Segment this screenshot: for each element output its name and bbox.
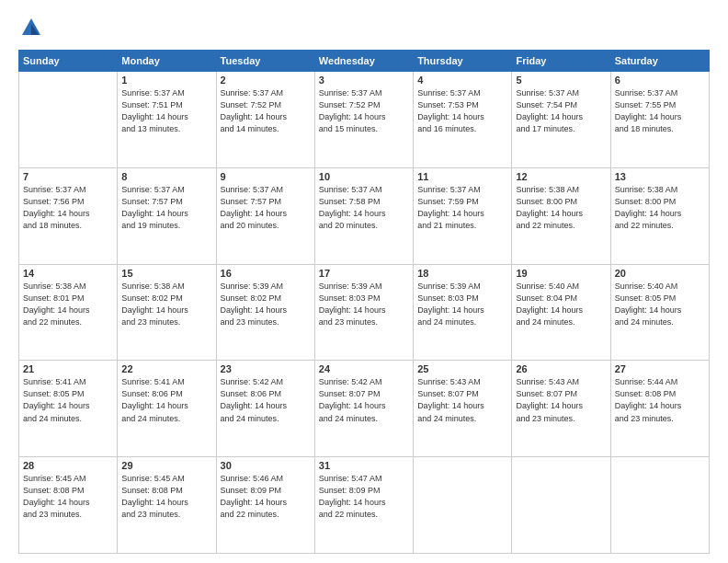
- calendar-week-row: 14Sunrise: 5:38 AM Sunset: 8:01 PM Dayli…: [19, 264, 710, 361]
- weekday-header-friday: Friday: [512, 51, 610, 72]
- calendar-cell: [512, 457, 610, 554]
- calendar-week-row: 1Sunrise: 5:37 AM Sunset: 7:51 PM Daylig…: [19, 72, 710, 168]
- calendar-cell: 6Sunrise: 5:37 AM Sunset: 7:55 PM Daylig…: [610, 72, 709, 168]
- day-number: 13: [615, 171, 705, 182]
- page: SundayMondayTuesdayWednesdayThursdayFrid…: [0, 0, 728, 563]
- day-number: 3: [319, 75, 409, 86]
- day-info: Sunrise: 5:37 AM Sunset: 7:54 PM Dayligh…: [516, 87, 606, 135]
- calendar-cell: 28Sunrise: 5:45 AM Sunset: 8:08 PM Dayli…: [19, 457, 118, 554]
- day-number: 4: [417, 75, 507, 86]
- day-info: Sunrise: 5:40 AM Sunset: 8:04 PM Dayligh…: [516, 281, 606, 328]
- day-info: Sunrise: 5:37 AM Sunset: 7:53 PM Dayligh…: [417, 87, 507, 135]
- calendar-header-row: SundayMondayTuesdayWednesdayThursdayFrid…: [19, 51, 710, 72]
- day-info: Sunrise: 5:38 AM Sunset: 8:02 PM Dayligh…: [121, 281, 211, 328]
- calendar-cell: 29Sunrise: 5:45 AM Sunset: 8:08 PM Dayli…: [118, 457, 216, 554]
- calendar-cell: 5Sunrise: 5:37 AM Sunset: 7:54 PM Daylig…: [512, 72, 610, 168]
- calendar-cell: [19, 72, 118, 168]
- calendar-cell: 12Sunrise: 5:38 AM Sunset: 8:00 PM Dayli…: [512, 167, 610, 264]
- calendar-cell: 18Sunrise: 5:39 AM Sunset: 8:03 PM Dayli…: [414, 264, 512, 361]
- day-info: Sunrise: 5:37 AM Sunset: 7:55 PM Dayligh…: [615, 87, 705, 135]
- day-number: 27: [615, 363, 705, 374]
- calendar-cell: [414, 457, 512, 554]
- calendar-cell: 16Sunrise: 5:39 AM Sunset: 8:02 PM Dayli…: [216, 264, 314, 361]
- calendar-cell: 23Sunrise: 5:42 AM Sunset: 8:06 PM Dayli…: [216, 361, 314, 457]
- calendar-cell: 3Sunrise: 5:37 AM Sunset: 7:52 PM Daylig…: [314, 72, 413, 168]
- calendar-cell: 14Sunrise: 5:38 AM Sunset: 8:01 PM Dayli…: [19, 264, 118, 361]
- calendar-cell: 11Sunrise: 5:37 AM Sunset: 7:59 PM Dayli…: [414, 167, 512, 264]
- day-number: 17: [319, 268, 409, 279]
- day-info: Sunrise: 5:42 AM Sunset: 8:07 PM Dayligh…: [319, 376, 409, 424]
- day-number: 24: [319, 363, 409, 374]
- day-info: Sunrise: 5:38 AM Sunset: 8:00 PM Dayligh…: [516, 184, 606, 232]
- day-number: 11: [417, 171, 507, 182]
- day-number: 12: [516, 171, 606, 182]
- day-number: 8: [121, 171, 211, 182]
- day-number: 15: [121, 268, 211, 279]
- logo-icon: [18, 15, 44, 40]
- day-number: 5: [516, 75, 606, 86]
- day-info: Sunrise: 5:40 AM Sunset: 8:05 PM Dayligh…: [615, 281, 705, 328]
- day-info: Sunrise: 5:47 AM Sunset: 8:09 PM Dayligh…: [319, 473, 409, 521]
- day-number: 29: [121, 460, 211, 471]
- calendar-cell: 22Sunrise: 5:41 AM Sunset: 8:06 PM Dayli…: [118, 361, 216, 457]
- calendar-cell: 21Sunrise: 5:41 AM Sunset: 8:05 PM Dayli…: [19, 361, 118, 457]
- header: [18, 15, 710, 40]
- calendar-cell: 27Sunrise: 5:44 AM Sunset: 8:08 PM Dayli…: [610, 361, 709, 457]
- day-number: 10: [319, 171, 409, 182]
- calendar-cell: 24Sunrise: 5:42 AM Sunset: 8:07 PM Dayli…: [314, 361, 413, 457]
- day-number: 6: [615, 75, 705, 86]
- day-number: 1: [121, 75, 211, 86]
- calendar-cell: 4Sunrise: 5:37 AM Sunset: 7:53 PM Daylig…: [414, 72, 512, 168]
- day-info: Sunrise: 5:42 AM Sunset: 8:06 PM Dayligh…: [221, 376, 311, 424]
- calendar-cell: 17Sunrise: 5:39 AM Sunset: 8:03 PM Dayli…: [314, 264, 413, 361]
- day-info: Sunrise: 5:38 AM Sunset: 8:00 PM Dayligh…: [615, 184, 705, 232]
- day-info: Sunrise: 5:39 AM Sunset: 8:03 PM Dayligh…: [417, 281, 507, 328]
- weekday-header-tuesday: Tuesday: [216, 51, 314, 72]
- calendar-cell: 15Sunrise: 5:38 AM Sunset: 8:02 PM Dayli…: [118, 264, 216, 361]
- day-info: Sunrise: 5:46 AM Sunset: 8:09 PM Dayligh…: [221, 473, 311, 521]
- weekday-header-wednesday: Wednesday: [314, 51, 413, 72]
- day-info: Sunrise: 5:43 AM Sunset: 8:07 PM Dayligh…: [516, 376, 606, 424]
- calendar-cell: 20Sunrise: 5:40 AM Sunset: 8:05 PM Dayli…: [610, 264, 709, 361]
- day-info: Sunrise: 5:45 AM Sunset: 8:08 PM Dayligh…: [121, 473, 211, 521]
- day-info: Sunrise: 5:37 AM Sunset: 7:59 PM Dayligh…: [417, 184, 507, 232]
- calendar-cell: 25Sunrise: 5:43 AM Sunset: 8:07 PM Dayli…: [414, 361, 512, 457]
- weekday-header-sunday: Sunday: [19, 51, 118, 72]
- day-number: 26: [516, 363, 606, 374]
- day-number: 23: [221, 363, 311, 374]
- day-number: 21: [23, 363, 113, 374]
- day-number: 2: [221, 75, 311, 86]
- day-info: Sunrise: 5:41 AM Sunset: 8:05 PM Dayligh…: [23, 376, 113, 424]
- weekday-header-monday: Monday: [118, 51, 216, 72]
- calendar-cell: 9Sunrise: 5:37 AM Sunset: 7:57 PM Daylig…: [216, 167, 314, 264]
- day-info: Sunrise: 5:38 AM Sunset: 8:01 PM Dayligh…: [23, 281, 113, 328]
- calendar-cell: 26Sunrise: 5:43 AM Sunset: 8:07 PM Dayli…: [512, 361, 610, 457]
- day-number: 20: [615, 268, 705, 279]
- day-number: 19: [516, 268, 606, 279]
- day-number: 9: [221, 171, 311, 182]
- day-info: Sunrise: 5:45 AM Sunset: 8:08 PM Dayligh…: [23, 473, 113, 521]
- day-number: 30: [221, 460, 311, 471]
- calendar-table: SundayMondayTuesdayWednesdayThursdayFrid…: [18, 50, 710, 554]
- calendar-cell: 19Sunrise: 5:40 AM Sunset: 8:04 PM Dayli…: [512, 264, 610, 361]
- calendar-cell: 10Sunrise: 5:37 AM Sunset: 7:58 PM Dayli…: [314, 167, 413, 264]
- day-info: Sunrise: 5:43 AM Sunset: 8:07 PM Dayligh…: [417, 376, 507, 424]
- calendar-week-row: 21Sunrise: 5:41 AM Sunset: 8:05 PM Dayli…: [19, 361, 710, 457]
- calendar-cell: 13Sunrise: 5:38 AM Sunset: 8:00 PM Dayli…: [610, 167, 709, 264]
- calendar-cell: [610, 457, 709, 554]
- weekday-header-thursday: Thursday: [414, 51, 512, 72]
- day-info: Sunrise: 5:37 AM Sunset: 7:58 PM Dayligh…: [319, 184, 409, 232]
- weekday-header-saturday: Saturday: [610, 51, 709, 72]
- logo: [18, 15, 48, 40]
- calendar-cell: 2Sunrise: 5:37 AM Sunset: 7:52 PM Daylig…: [216, 72, 314, 168]
- calendar-cell: 1Sunrise: 5:37 AM Sunset: 7:51 PM Daylig…: [118, 72, 216, 168]
- calendar-cell: 8Sunrise: 5:37 AM Sunset: 7:57 PM Daylig…: [118, 167, 216, 264]
- day-number: 18: [417, 268, 507, 279]
- calendar-cell: 30Sunrise: 5:46 AM Sunset: 8:09 PM Dayli…: [216, 457, 314, 554]
- day-info: Sunrise: 5:37 AM Sunset: 7:57 PM Dayligh…: [221, 184, 311, 232]
- day-number: 31: [319, 460, 409, 471]
- day-info: Sunrise: 5:37 AM Sunset: 7:52 PM Dayligh…: [319, 87, 409, 135]
- day-info: Sunrise: 5:39 AM Sunset: 8:03 PM Dayligh…: [319, 281, 409, 328]
- day-number: 14: [23, 268, 113, 279]
- day-info: Sunrise: 5:37 AM Sunset: 7:56 PM Dayligh…: [23, 184, 113, 232]
